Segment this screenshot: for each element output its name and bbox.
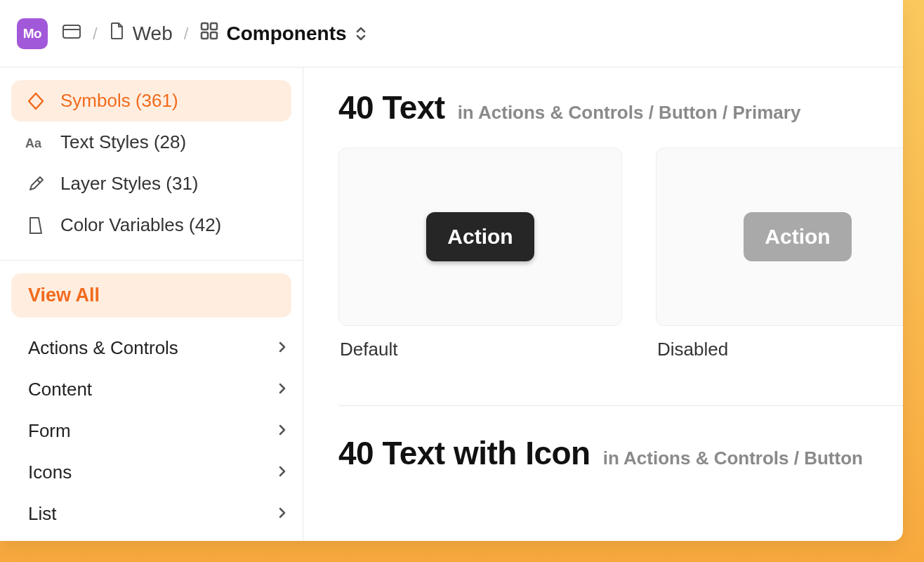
breadcrumb-folder[interactable] (62, 22, 81, 45)
svg-rect-2 (202, 23, 208, 30)
card-label: Disabled (656, 339, 903, 360)
chevron-right-icon (277, 420, 287, 442)
section-header: 40 Text with Icon in Actions & Controls … (338, 434, 903, 472)
breadcrumb-components[interactable]: Components (199, 21, 367, 46)
section-title: 40 Text (338, 89, 445, 126)
sidebar-cat-label: Content (28, 379, 92, 400)
diamond-icon (25, 91, 46, 112)
primary-button-disabled: Action (744, 212, 851, 261)
sidebar-item-color-vars[interactable]: Color Variables (42) (11, 204, 291, 246)
primary-button[interactable]: Action (426, 212, 534, 261)
svg-text:Aa: Aa (25, 136, 42, 150)
chevron-right-icon (277, 337, 287, 359)
sidebar-cat-label: Actions & Controls (28, 337, 178, 359)
sidebar-item-label: Text Styles (28) (60, 131, 186, 153)
palette-icon (25, 215, 46, 236)
svg-rect-5 (211, 32, 217, 39)
body: Symbols (361) Aa Text Styles (28) Layer … (0, 67, 903, 541)
sidebar-item-label: Symbols (361) (60, 90, 178, 112)
breadcrumb-label: Components (226, 22, 346, 45)
section-header: 40 Text in Actions & Controls / Button /… (338, 89, 903, 126)
sidebar-item-text-styles[interactable]: Aa Text Styles (28) (11, 122, 291, 163)
svg-rect-4 (202, 32, 208, 39)
text-icon: Aa (25, 132, 46, 153)
paint-icon (25, 174, 46, 195)
svg-rect-3 (211, 23, 217, 30)
sidebar-cat-content[interactable]: Content (11, 369, 291, 410)
section-path: in Actions & Controls / Button (603, 447, 863, 469)
grid-icon (199, 21, 219, 46)
breadcrumb: / Web / Components (62, 21, 368, 46)
sidebar-divider (0, 260, 303, 261)
component-preview: Action (338, 148, 622, 326)
card-item-default[interactable]: Action Default (338, 148, 622, 360)
chevron-right-icon (277, 379, 287, 400)
section-path: in Actions & Controls / Button / Primary (458, 102, 801, 124)
card-label: Default (338, 339, 622, 360)
sidebar-item-label: Layer Styles (31) (60, 173, 199, 195)
file-icon (109, 21, 126, 46)
sidebar-item-symbols[interactable]: Symbols (361) (11, 80, 291, 122)
sidebar-item-layer-styles[interactable]: Layer Styles (31) (11, 163, 291, 204)
breadcrumb-file[interactable]: Web (109, 21, 173, 46)
sidebar-view-all[interactable]: View All (11, 273, 291, 318)
sidebar-cat-form[interactable]: Form (11, 410, 291, 452)
section-title: 40 Text with Icon (338, 434, 590, 472)
breadcrumb-sep: / (93, 24, 98, 44)
card-item-disabled[interactable]: Action Disabled (656, 148, 903, 360)
sidebar-item-label: Color Variables (42) (60, 214, 221, 236)
folder-icon (62, 22, 81, 45)
chevron-right-icon (277, 503, 287, 525)
component-preview: Action (656, 148, 903, 326)
svg-rect-0 (63, 25, 80, 38)
sidebar-cat-actions-controls[interactable]: Actions & Controls (11, 327, 291, 369)
sidebar-cat-icons[interactable]: Icons (11, 452, 291, 493)
app-logo[interactable]: Mo (17, 18, 48, 49)
sidebar: Symbols (361) Aa Text Styles (28) Layer … (0, 67, 303, 541)
main-content: 40 Text in Actions & Controls / Button /… (303, 67, 903, 541)
header: Mo / Web / (0, 0, 903, 67)
selector-icon (354, 24, 368, 44)
sidebar-types: Symbols (361) Aa Text Styles (28) Layer … (11, 80, 291, 246)
sidebar-cat-label: Form (28, 420, 71, 442)
sidebar-cat-label: List (28, 503, 56, 525)
chevron-right-icon (277, 462, 287, 483)
breadcrumb-label: Web (133, 22, 173, 45)
section-divider (338, 405, 903, 406)
breadcrumb-sep: / (184, 24, 189, 44)
card-row: Action Default Action Disabled (338, 148, 903, 360)
sidebar-cat-label: Icons (28, 462, 72, 483)
app-window: Mo / Web / (0, 0, 903, 541)
sidebar-cat-list[interactable]: List (11, 493, 291, 535)
